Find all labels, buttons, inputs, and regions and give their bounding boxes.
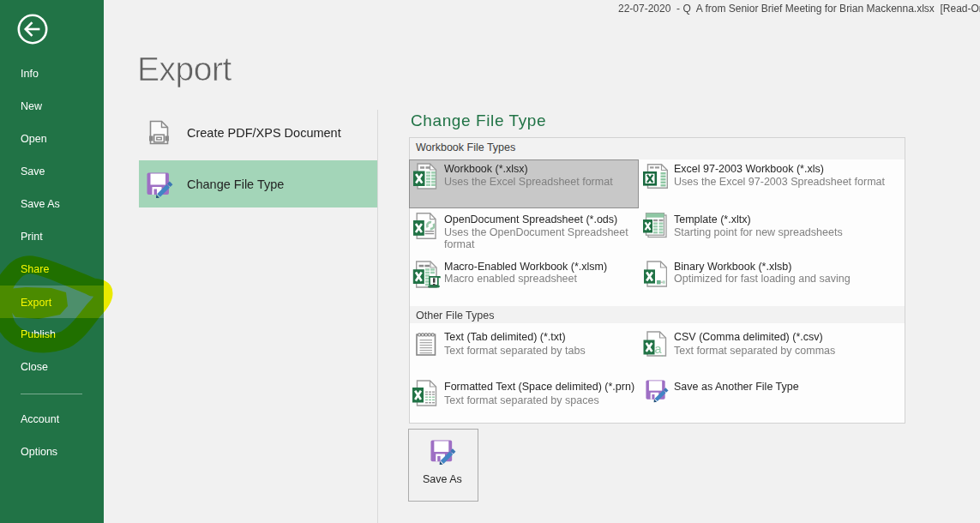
svg-text:,: , [661,347,664,358]
